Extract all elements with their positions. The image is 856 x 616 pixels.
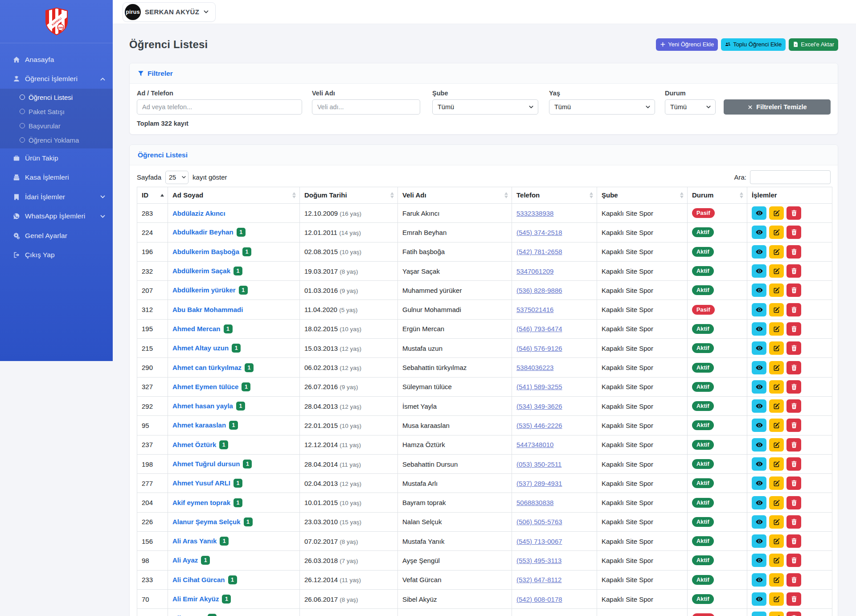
phone-link[interactable]: (506) 505-5763 (516, 518, 562, 526)
edit-button[interactable] (769, 534, 784, 548)
view-button[interactable] (752, 438, 766, 452)
sidebar-item[interactable]: WhatsApp İşlemleri (0, 207, 113, 226)
phone-link[interactable]: (553) 495-3113 (516, 557, 561, 564)
student-name-link[interactable]: Ahmet Öztürk (172, 441, 216, 448)
column-header-phone[interactable]: Telefon (512, 187, 597, 204)
sidebar-item[interactable]: Öğrenci İşlemleri (0, 70, 113, 89)
delete-button[interactable] (786, 476, 801, 490)
student-name-link[interactable]: Abu Bakr Mohammadi (172, 306, 243, 313)
delete-button[interactable] (786, 399, 801, 413)
view-button[interactable] (752, 206, 766, 220)
sidebar-item[interactable]: Ürün Takip (0, 148, 113, 168)
view-button[interactable] (752, 361, 766, 374)
student-name-link[interactable]: Ali Emir Akyüz (172, 595, 219, 603)
phone-link[interactable]: 5068830838 (516, 499, 553, 506)
delete-button[interactable] (786, 380, 801, 394)
edit-button[interactable] (769, 554, 784, 567)
search-input[interactable] (750, 170, 831, 184)
sidebar-item[interactable]: Kasa İşlemleri (0, 168, 113, 188)
view-button[interactable] (752, 322, 766, 336)
sidebar-item[interactable]: İdari İşlemler (0, 187, 113, 207)
edit-button[interactable] (769, 283, 784, 297)
delete-button[interactable] (786, 245, 801, 259)
view-button[interactable] (752, 457, 766, 471)
add-student-button[interactable]: Yeni Öğrenci Ekle (656, 38, 718, 51)
student-name-link[interactable]: Alanur Şeyma Selçuk (172, 518, 241, 526)
delete-button[interactable] (786, 612, 801, 616)
edit-button[interactable] (769, 226, 784, 239)
delete-button[interactable] (786, 264, 801, 278)
phone-link[interactable]: (545) 713-0067 (516, 538, 562, 545)
edit-button[interactable] (769, 264, 784, 278)
export-excel-button[interactable]: x Excel'e Aktar (789, 38, 838, 51)
view-button[interactable] (752, 303, 766, 316)
edit-button[interactable] (769, 592, 784, 606)
clear-filters-button[interactable]: Filtreleri Temizle (724, 99, 831, 115)
view-button[interactable] (752, 612, 766, 616)
bulk-add-button[interactable]: Toplu Öğrenci Ekle (721, 38, 786, 51)
delete-button[interactable] (786, 438, 801, 452)
edit-button[interactable] (769, 476, 784, 490)
edit-button[interactable] (769, 612, 784, 616)
student-name-link[interactable]: Abdülaziz Akıncı (172, 209, 225, 217)
view-button[interactable] (752, 592, 766, 606)
edit-button[interactable] (769, 438, 784, 452)
column-header-dob[interactable]: Doğum Tarihi (300, 187, 398, 204)
phone-link[interactable]: (542) 608-0178 (516, 595, 562, 603)
branch-select[interactable]: Tümü (432, 99, 538, 115)
edit-button[interactable] (769, 322, 784, 336)
sidebar-subitem[interactable]: Öğrenci Listesi (0, 90, 113, 104)
delete-button[interactable] (786, 419, 801, 432)
edit-button[interactable] (769, 380, 784, 394)
view-button[interactable] (752, 399, 766, 413)
view-button[interactable] (752, 515, 766, 529)
column-header-id[interactable]: ID (137, 187, 168, 204)
phone-link[interactable]: (542) 781-2658 (516, 248, 562, 255)
student-name-link[interactable]: Ahmed Mercan (172, 325, 221, 333)
student-name-link[interactable]: Ahmet Eymen tülüce (172, 383, 238, 390)
view-button[interactable] (752, 245, 766, 259)
student-name-link[interactable]: Abdulkerim Başboğa (172, 248, 239, 255)
delete-button[interactable] (786, 322, 801, 336)
view-button[interactable] (752, 476, 766, 490)
phone-link[interactable]: 5347061209 (516, 267, 553, 275)
phone-link[interactable]: (053) 350-2511 (516, 460, 561, 468)
view-button[interactable] (752, 554, 766, 567)
edit-button[interactable] (769, 245, 784, 259)
column-header-branch[interactable]: Şube (597, 187, 688, 204)
delete-button[interactable] (786, 573, 801, 587)
student-name-link[interactable]: Ali Ayaz (172, 556, 198, 564)
sidebar-subitem[interactable]: Öğrenci Yoklama (0, 133, 113, 147)
column-header-name[interactable]: Ad Soyad (168, 187, 300, 204)
delete-button[interactable] (786, 283, 801, 297)
name-phone-input[interactable] (137, 99, 302, 115)
delete-button[interactable] (786, 554, 801, 567)
phone-link[interactable]: 5375021416 (516, 306, 553, 313)
phone-link[interactable]: (536) 828-9886 (516, 287, 562, 294)
delete-button[interactable] (786, 515, 801, 529)
edit-button[interactable] (769, 206, 784, 220)
student-name-link[interactable]: Abdülkerim Saçak (172, 267, 230, 275)
delete-button[interactable] (786, 341, 801, 355)
delete-button[interactable] (786, 206, 801, 220)
phone-link[interactable]: (545) 374-2518 (516, 229, 562, 236)
view-button[interactable] (752, 226, 766, 239)
edit-button[interactable] (769, 496, 784, 509)
column-header-status[interactable]: Durum (688, 187, 747, 204)
delete-button[interactable] (786, 361, 801, 374)
phone-link[interactable]: (532) 647-8112 (516, 576, 561, 583)
column-header-veli[interactable]: Veli Adı (398, 187, 512, 204)
phone-link[interactable]: (537) 289-4931 (516, 480, 562, 487)
view-button[interactable] (752, 573, 766, 587)
delete-button[interactable] (786, 592, 801, 606)
sidebar-item[interactable]: Çıkış Yap (0, 246, 113, 265)
view-button[interactable] (752, 264, 766, 278)
sidebar-subitem[interactable]: Başvurular (0, 119, 113, 133)
status-select[interactable]: Tümü (665, 99, 716, 115)
age-select[interactable]: Tümü (549, 99, 655, 115)
view-button[interactable] (752, 380, 766, 394)
student-name-link[interactable]: Abdülkerim yürüker (172, 286, 236, 294)
student-name-link[interactable]: Ahmet Altay uzun (172, 344, 229, 352)
sidebar-item[interactable]: Genel Ayarlar (0, 226, 113, 246)
phone-link[interactable]: (541) 589-3255 (516, 383, 562, 390)
